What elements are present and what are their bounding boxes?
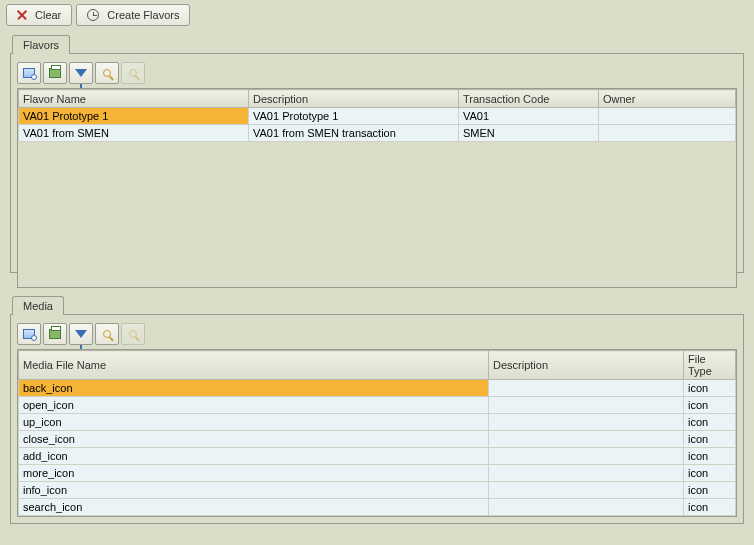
clock-icon	[87, 9, 99, 21]
cell-media-name[interactable]: search_icon	[19, 499, 489, 516]
cell-media-type[interactable]: icon	[684, 380, 736, 397]
find-button[interactable]	[95, 62, 119, 84]
cell-media-name[interactable]: info_icon	[19, 482, 489, 499]
cell-media-name[interactable]: add_icon	[19, 448, 489, 465]
create-flavors-button-label: Create Flavors	[107, 9, 179, 21]
cancel-icon	[17, 10, 27, 20]
cell-media-desc[interactable]	[489, 465, 684, 482]
filter-button[interactable]	[69, 323, 93, 345]
media-grid-toolbar	[17, 321, 737, 349]
cell-media-desc[interactable]	[489, 499, 684, 516]
table-row[interactable]: close_icon icon	[19, 431, 736, 448]
table-row[interactable]: open_icon icon	[19, 397, 736, 414]
find-next-icon	[129, 69, 137, 77]
table-row[interactable]: VA01 Prototype 1 VA01 Prototype 1 VA01	[19, 108, 736, 125]
cell-media-name[interactable]: up_icon	[19, 414, 489, 431]
cell-tcode[interactable]: SMEN	[459, 125, 599, 142]
cell-media-type[interactable]: icon	[684, 499, 736, 516]
media-panel-tab: Media	[12, 296, 64, 315]
cell-media-type[interactable]: icon	[684, 397, 736, 414]
media-header-row: Media File Name Description File Type	[19, 351, 736, 380]
cell-media-name[interactable]: more_icon	[19, 465, 489, 482]
cell-media-desc[interactable]	[489, 414, 684, 431]
filter-button[interactable]	[69, 62, 93, 84]
detail-button[interactable]	[17, 323, 41, 345]
detail-button[interactable]	[17, 62, 41, 84]
print-button[interactable]	[43, 323, 67, 345]
col-media-desc[interactable]: Description	[489, 351, 684, 380]
cell-media-desc[interactable]	[489, 397, 684, 414]
cell-media-type[interactable]: icon	[684, 482, 736, 499]
cell-media-name[interactable]: back_icon	[19, 380, 489, 397]
find-button[interactable]	[95, 323, 119, 345]
cell-media-type[interactable]: icon	[684, 414, 736, 431]
table-row[interactable]: more_icon icon	[19, 465, 736, 482]
cell-media-type[interactable]: icon	[684, 431, 736, 448]
find-next-button	[121, 323, 145, 345]
flavors-panel-tab: Flavors	[12, 35, 70, 54]
filter-icon	[75, 330, 87, 338]
col-media-type[interactable]: File Type	[684, 351, 736, 380]
cell-owner[interactable]	[599, 125, 736, 142]
media-grid: Media File Name Description File Type ba…	[17, 349, 737, 517]
col-owner[interactable]: Owner	[599, 90, 736, 108]
detail-icon	[23, 68, 35, 78]
flavors-grid-toolbar	[17, 60, 737, 88]
cell-flavor-name[interactable]: VA01 Prototype 1	[19, 108, 249, 125]
flavors-grid-empty	[18, 142, 736, 282]
flavors-header-row: Flavor Name Description Transaction Code…	[19, 90, 736, 108]
flavors-panel: Flavor Name Description Transaction Code…	[10, 53, 744, 273]
find-icon	[103, 330, 111, 338]
cell-media-name[interactable]: open_icon	[19, 397, 489, 414]
table-row[interactable]: search_icon icon	[19, 499, 736, 516]
table-row[interactable]: info_icon icon	[19, 482, 736, 499]
cell-tcode[interactable]: VA01	[459, 108, 599, 125]
cell-media-name[interactable]: close_icon	[19, 431, 489, 448]
print-icon	[49, 68, 61, 78]
media-panel: Media File Name Description File Type ba…	[10, 314, 744, 524]
print-button[interactable]	[43, 62, 67, 84]
cell-description[interactable]: VA01 Prototype 1	[249, 108, 459, 125]
create-flavors-button[interactable]: Create Flavors	[76, 4, 190, 26]
print-icon	[49, 329, 61, 339]
cell-media-desc[interactable]	[489, 482, 684, 499]
table-row[interactable]: up_icon icon	[19, 414, 736, 431]
find-next-button	[121, 62, 145, 84]
clear-button[interactable]: Clear	[6, 4, 72, 26]
table-row[interactable]: add_icon icon	[19, 448, 736, 465]
cell-owner[interactable]	[599, 108, 736, 125]
cell-media-desc[interactable]	[489, 380, 684, 397]
flavors-grid: Flavor Name Description Transaction Code…	[17, 88, 737, 288]
cell-description[interactable]: VA01 from SMEN transaction	[249, 125, 459, 142]
cell-flavor-name[interactable]: VA01 from SMEN	[19, 125, 249, 142]
cell-media-desc[interactable]	[489, 448, 684, 465]
col-tcode[interactable]: Transaction Code	[459, 90, 599, 108]
table-row[interactable]: VA01 from SMEN VA01 from SMEN transactio…	[19, 125, 736, 142]
col-flavor-name[interactable]: Flavor Name	[19, 90, 249, 108]
filter-icon	[75, 69, 87, 77]
detail-icon	[23, 329, 35, 339]
cell-media-desc[interactable]	[489, 431, 684, 448]
col-description[interactable]: Description	[249, 90, 459, 108]
clear-button-label: Clear	[35, 9, 61, 21]
find-next-icon	[129, 330, 137, 338]
table-row[interactable]: back_icon icon	[19, 380, 736, 397]
app-toolbar: Clear Create Flavors	[0, 0, 754, 30]
find-icon	[103, 69, 111, 77]
col-media-name[interactable]: Media File Name	[19, 351, 489, 380]
cell-media-type[interactable]: icon	[684, 448, 736, 465]
cell-media-type[interactable]: icon	[684, 465, 736, 482]
